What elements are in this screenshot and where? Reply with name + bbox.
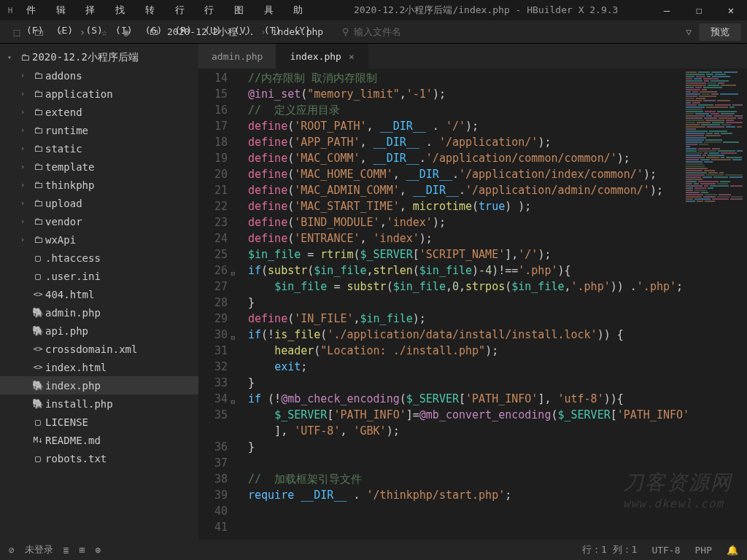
- tree-item[interactable]: <>404.html: [0, 285, 198, 303]
- chevron-right-icon: ›: [259, 26, 268, 37]
- toolbar-icon[interactable]: ☆: [93, 26, 115, 38]
- tree-item[interactable]: ▢.user.ini: [0, 267, 198, 285]
- close-button[interactable]: ✕: [715, 0, 747, 20]
- tree-root[interactable]: ▾🗀2020-12.2小程序后端: [0, 48, 198, 66]
- toolbar-icon[interactable]: 🗀: [28, 26, 50, 38]
- tree-item[interactable]: 🐘index.php: [0, 376, 198, 394]
- search-input[interactable]: [349, 26, 495, 37]
- tree-item[interactable]: <>crossdomain.xml: [0, 340, 198, 358]
- tree-item[interactable]: 🐘api.php: [0, 322, 198, 340]
- app-icon: H: [0, 6, 20, 15]
- maximize-button[interactable]: ☐: [683, 0, 715, 20]
- tree-item[interactable]: ›🗀static: [0, 139, 198, 158]
- bell-icon[interactable]: 🔔: [727, 545, 738, 556]
- tree-item[interactable]: ›🗀upload: [0, 194, 198, 212]
- tree-item[interactable]: <>index.html: [0, 358, 198, 376]
- filter-icon[interactable]: ▽: [686, 26, 692, 37]
- status-bar: ⊘ 未登录 ≣⊞⊛ 行：1 列：1 UTF-8 PHP 🔔: [0, 540, 747, 560]
- window-title: 2020-12.2小程序后端/index.php - HBuilder X 2.…: [317, 0, 651, 20]
- folder-icon: 🗀: [144, 26, 163, 37]
- preview-button[interactable]: 预览: [699, 23, 741, 41]
- tree-item[interactable]: ›🗀addons: [0, 66, 198, 85]
- tab-close-icon[interactable]: ×: [349, 51, 355, 62]
- encoding-indicator[interactable]: UTF-8: [651, 545, 680, 556]
- file-explorer: ▾🗀2020-12.2小程序后端›🗀addons›🗀application›🗀e…: [0, 44, 198, 540]
- tree-item[interactable]: ▢LICENSE: [0, 413, 198, 431]
- tree-item[interactable]: ▢robots.txt: [0, 449, 198, 467]
- line-gutter: 14151617181920212223242526⊟27282930⊟3132…: [198, 69, 235, 540]
- cursor-position[interactable]: 行：1 列：1: [582, 543, 637, 556]
- editor-tab[interactable]: index.php×: [276, 44, 368, 69]
- tree-item[interactable]: ›🗀wxApi: [0, 230, 198, 249]
- tree-item[interactable]: ›🗀template: [0, 158, 198, 176]
- tree-item[interactable]: ›🗀vendor: [0, 212, 198, 230]
- status-icon[interactable]: ⊞: [80, 545, 85, 556]
- code-editor[interactable]: //内存限制 取消内存限制@ini_set("memory_limit",'-1…: [235, 69, 747, 540]
- toolbar-icon[interactable]: ◉: [115, 26, 137, 38]
- tree-item[interactable]: ›🗀application: [0, 85, 198, 103]
- toolbar-icon[interactable]: ›: [71, 26, 93, 38]
- tree-item[interactable]: ▢.htaccess: [0, 249, 198, 267]
- breadcrumb: 🗀 2020-12.2小程... › index.php: [144, 26, 328, 39]
- tree-item[interactable]: 🐘install.php: [0, 394, 198, 413]
- language-indicator[interactable]: PHP: [695, 545, 712, 556]
- user-icon: ⊘: [9, 545, 15, 556]
- tree-item[interactable]: ›🗀runtime: [0, 121, 198, 139]
- minimize-button[interactable]: —: [651, 0, 683, 20]
- toolbar-icon[interactable]: ‹: [50, 26, 71, 38]
- tree-item[interactable]: M↓README.md: [0, 431, 198, 449]
- breadcrumb-file[interactable]: index.php: [268, 26, 328, 37]
- editor-tab[interactable]: admin.php: [198, 44, 276, 69]
- tree-item[interactable]: ›🗀extend: [0, 103, 198, 121]
- status-icon[interactable]: ⊛: [95, 545, 101, 556]
- tree-item[interactable]: 🐘admin.php: [0, 303, 198, 322]
- minimap[interactable]: [686, 71, 744, 217]
- editor-tabs: admin.phpindex.php×: [198, 44, 747, 69]
- tree-item[interactable]: ›🗀thinkphp: [0, 176, 198, 194]
- search-icon: ⚲: [342, 26, 349, 37]
- status-icon[interactable]: ≣: [63, 545, 69, 556]
- toolbar-icon[interactable]: ⬚: [6, 26, 28, 38]
- login-status[interactable]: 未登录: [25, 543, 53, 556]
- breadcrumb-folder[interactable]: 2020-12.2小程...: [163, 26, 259, 39]
